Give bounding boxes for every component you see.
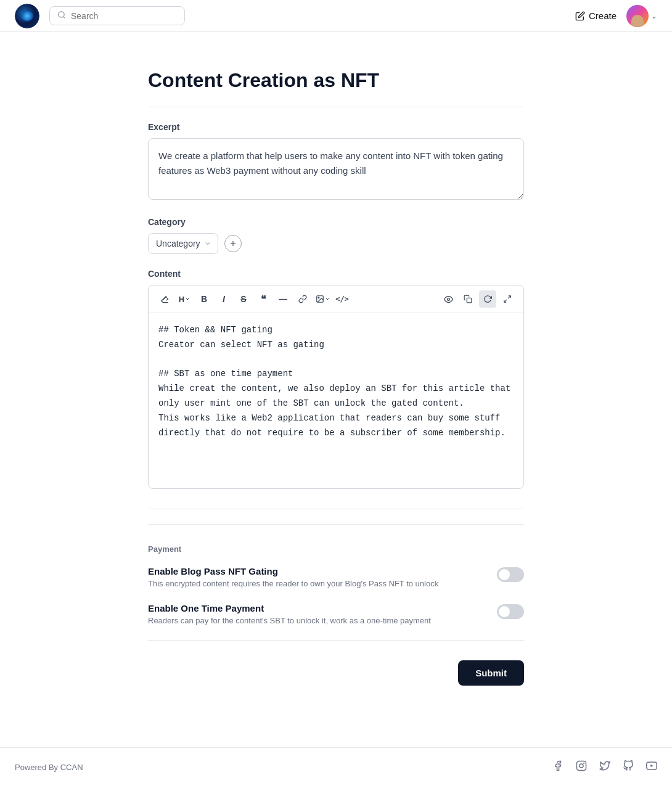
instagram-icon[interactable] [576,760,587,774]
editor-toolbar: H B I S ❝ — [149,285,523,313]
create-label: Create [589,10,617,21]
image-chevron-icon [325,297,330,301]
svg-line-9 [508,296,510,298]
one-time-payment-toggle[interactable] [497,604,524,619]
content-section: Content H B I S [148,269,524,489]
nft-gating-toggle[interactable] [497,567,524,582]
toolbar-heading-button[interactable]: H [176,290,193,308]
quote-label: ❝ [261,293,266,305]
eye-icon [444,295,453,304]
toolbar-divider-button[interactable]: — [274,290,292,308]
heading-chevron-icon [185,297,190,301]
svg-line-1 [64,17,65,18]
eraser-icon [160,295,170,304]
logo-image [15,4,39,28]
svg-line-10 [504,300,507,302]
svg-rect-11 [577,761,586,771]
toolbar-quote-button[interactable]: ❝ [255,290,272,308]
search-input[interactable] [71,11,177,21]
toolbar-image-button[interactable] [314,290,331,308]
category-select[interactable]: Uncategory Technology Art Music Gaming [148,233,218,254]
toolbar-link-button[interactable] [294,290,311,308]
toolbar-bold-button[interactable]: B [195,290,213,308]
excerpt-section: Excerpt We create a platform that help u… [148,122,524,217]
one-time-payment-title: Enable One Time Payment [148,603,485,613]
svg-point-12 [580,764,583,768]
footer-icons [552,760,657,774]
toolbar-code-button[interactable]: </> [334,290,351,308]
one-time-payment-desc: Readers can pay for the content's SBT to… [148,616,485,625]
category-row: Uncategory Technology Art Music Gaming [148,233,524,254]
search-box[interactable] [49,6,185,25]
toolbar-copy-button[interactable] [459,290,477,308]
editor-textarea[interactable]: ## Token && NFT gating Creator can selec… [149,313,523,486]
link-icon [298,295,307,303]
toolbar-refresh-button[interactable] [479,290,496,308]
hr-label: — [279,294,287,304]
title-divider [148,107,524,107]
svg-point-0 [59,12,64,17]
toolbar-italic-button[interactable]: I [215,290,232,308]
svg-marker-14 [650,765,653,768]
svg-line-4 [162,296,166,300]
fullscreen-icon [503,295,512,303]
category-section: Category Uncategory Technology Art Music… [148,217,524,254]
twitter-icon[interactable] [599,760,610,774]
nft-gating-title: Enable Blog Pass NFT Gating [148,566,485,576]
chevron-down-icon: ⌄ [651,12,657,20]
payment-label: Payment [148,544,524,554]
logo[interactable] [15,4,39,28]
edit-icon [575,11,585,21]
svg-rect-8 [467,298,472,303]
excerpt-label: Excerpt [148,122,524,132]
submit-button[interactable]: Submit [458,660,524,686]
create-button[interactable]: Create [575,10,617,21]
main-content: Content Creation as NFT Excerpt We creat… [136,32,536,747]
toolbar-eraser-button[interactable] [156,290,173,308]
toolbar-right-actions [440,290,516,308]
nft-gating-slider [497,567,524,582]
header-right: Create ⌄ [575,5,657,27]
svg-point-6 [318,297,319,298]
excerpt-textarea[interactable]: We create a platform that help users to … [148,138,524,200]
svg-point-13 [584,763,584,764]
one-time-payment-row: Enable One Time Payment Readers can pay … [148,603,524,625]
refresh-icon [483,295,492,303]
nft-gating-desc: This encrypted content requires the read… [148,579,485,588]
bold-label: B [201,294,207,304]
github-icon[interactable] [623,760,634,774]
footer: Powered By CCAN [0,747,672,787]
submit-divider [148,640,524,641]
header: Create ⌄ [0,0,672,32]
svg-point-7 [447,298,449,300]
content-label: Content [148,269,524,279]
add-category-button[interactable] [224,235,242,252]
avatar-wrap[interactable]: ⌄ [626,5,657,27]
heading-label: H [179,295,184,304]
italic-label: I [223,294,225,304]
footer-powered-by: Powered By CCAN [15,763,83,772]
nft-gating-text: Enable Blog Pass NFT Gating This encrypt… [148,566,485,588]
one-time-payment-text: Enable One Time Payment Readers can pay … [148,603,485,625]
toolbar-fullscreen-button[interactable] [499,290,516,308]
strikethrough-label: S [240,294,246,304]
facebook-icon[interactable] [552,760,563,774]
plus-icon [229,239,237,248]
image-icon [316,295,324,303]
code-label: </> [335,295,349,303]
payment-section: Payment Enable Blog Pass NFT Gating This… [148,524,524,686]
category-label: Category [148,217,524,227]
nft-gating-row: Enable Blog Pass NFT Gating This encrypt… [148,566,524,588]
payment-divider [148,509,524,509]
editor-wrapper: H B I S ❝ — [148,285,524,489]
page-title: Content Creation as NFT [148,69,524,92]
toolbar-strikethrough-button[interactable]: S [235,290,252,308]
submit-row: Submit [148,660,524,686]
copy-icon [464,295,472,303]
avatar [626,5,649,27]
search-icon [57,10,66,21]
toolbar-preview-button[interactable] [440,290,457,308]
one-time-payment-slider [497,604,524,619]
youtube-icon[interactable] [646,760,657,774]
